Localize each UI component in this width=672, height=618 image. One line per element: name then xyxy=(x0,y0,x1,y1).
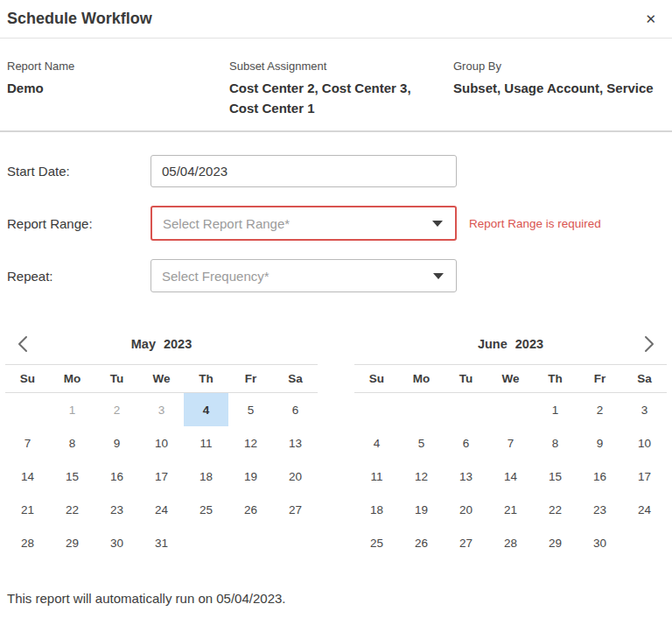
calendar-day-grid: 1234567891011121314151617181920212223242… xyxy=(5,393,318,559)
calendar-day[interactable]: 23 xyxy=(578,493,622,526)
calendar-day[interactable]: 6 xyxy=(273,393,318,426)
start-date-input[interactable] xyxy=(150,155,457,187)
repeat-placeholder: Select Frequency* xyxy=(162,269,270,284)
calendar-day[interactable]: 10 xyxy=(622,426,667,460)
start-date-row: Start Date: xyxy=(7,155,672,187)
calendar-day[interactable]: 28 xyxy=(5,526,50,559)
calendar-day[interactable]: 2 xyxy=(578,393,622,426)
calendar-day[interactable]: 13 xyxy=(273,426,318,460)
weekday-header: Fr xyxy=(578,372,622,385)
schedule-form: Start Date: Report Range: Select Report … xyxy=(0,155,672,292)
calendar-day-empty xyxy=(228,526,273,559)
calendar-day[interactable]: 21 xyxy=(5,493,50,526)
calendar-day[interactable]: 27 xyxy=(273,493,318,526)
report-range-select[interactable]: Select Report Range* xyxy=(150,206,457,241)
month-year: 2023 xyxy=(515,337,543,351)
report-range-row: Report Range: Select Report Range* Repor… xyxy=(7,206,672,241)
calendar-day[interactable]: 8 xyxy=(533,426,578,460)
calendar-day[interactable]: 25 xyxy=(354,526,399,559)
calendar-day[interactable]: 19 xyxy=(399,493,444,526)
schedule-workflow-dialog: Schedule Workflow ✕ Report Name Demo Sub… xyxy=(0,0,672,606)
weekday-header: Sa xyxy=(622,372,667,385)
calendar-day[interactable]: 12 xyxy=(399,460,444,493)
calendar-day[interactable]: 1 xyxy=(50,393,94,426)
weekday-header: Tu xyxy=(444,372,488,385)
calendar-day[interactable]: 10 xyxy=(139,426,184,460)
calendar-day[interactable]: 1 xyxy=(533,393,578,426)
prev-month-button[interactable] xyxy=(16,334,31,354)
close-icon[interactable]: ✕ xyxy=(643,11,658,27)
calendar-day-empty xyxy=(273,526,318,559)
report-range-error-message: Report Range is required xyxy=(469,217,601,230)
calendar-day[interactable]: 27 xyxy=(444,526,488,559)
calendar-day[interactable]: 26 xyxy=(399,526,444,559)
calendar-month-title: May2023 xyxy=(131,337,192,351)
calendar-day[interactable]: 12 xyxy=(228,426,273,460)
calendar-day[interactable]: 23 xyxy=(94,493,139,526)
calendar-day[interactable]: 13 xyxy=(444,460,488,493)
calendar-day[interactable]: 2 xyxy=(94,393,139,426)
calendar-day[interactable]: 15 xyxy=(533,460,578,493)
calendar-day[interactable]: 24 xyxy=(139,493,184,526)
calendar-day[interactable]: 14 xyxy=(488,460,533,493)
calendar-day[interactable]: 31 xyxy=(139,526,184,559)
calendar-day[interactable]: 29 xyxy=(533,526,578,559)
chevron-right-icon xyxy=(641,334,656,354)
calendar-day[interactable]: 11 xyxy=(354,460,399,493)
calendar-day[interactable]: 8 xyxy=(50,426,94,460)
chevron-down-icon xyxy=(433,273,444,279)
calendar-june: June2023 SuMoTuWeThFrSa 1234567891011121… xyxy=(354,324,667,559)
calendar-day[interactable]: 22 xyxy=(50,493,94,526)
group-by-value: Subset, Usage Account, Service xyxy=(453,78,665,98)
calendar-day[interactable]: 7 xyxy=(488,426,533,460)
repeat-select[interactable]: Select Frequency* xyxy=(150,259,457,292)
calendar-day[interactable]: 26 xyxy=(228,493,273,526)
calendar-day[interactable]: 30 xyxy=(578,526,622,559)
chevron-left-icon xyxy=(16,334,31,354)
weekday-header: Su xyxy=(354,372,399,385)
auto-run-note: This report will automatically run on 05… xyxy=(7,591,665,606)
calendar-day[interactable]: 17 xyxy=(622,460,667,493)
calendar-day[interactable]: 19 xyxy=(228,460,273,493)
calendar-day[interactable]: 7 xyxy=(5,426,50,460)
start-date-label: Start Date: xyxy=(7,164,150,179)
calendar-day[interactable]: 16 xyxy=(578,460,622,493)
calendar-day[interactable]: 20 xyxy=(273,460,318,493)
calendar-month-title: June2023 xyxy=(478,337,543,351)
calendar-day[interactable]: 30 xyxy=(94,526,139,559)
calendar-day[interactable]: 4 xyxy=(354,426,399,460)
weekday-header: Mo xyxy=(399,372,444,385)
calendar-day[interactable]: 18 xyxy=(354,493,399,526)
calendar-day[interactable]: 3 xyxy=(622,393,667,426)
calendar-day[interactable]: 3 xyxy=(139,393,184,426)
calendar-day[interactable]: 28 xyxy=(488,526,533,559)
calendar-may: May2023 SuMoTuWeThFrSa 12345678910111213… xyxy=(5,324,318,559)
calendar-day[interactable]: 9 xyxy=(578,426,622,460)
weekday-header: Sa xyxy=(273,372,318,385)
calendar-day[interactable]: 29 xyxy=(50,526,94,559)
calendar-day[interactable]: 6 xyxy=(444,426,488,460)
calendar-day[interactable]: 17 xyxy=(139,460,184,493)
calendar-day[interactable]: 21 xyxy=(488,493,533,526)
report-range-label: Report Range: xyxy=(7,216,150,231)
month-name: May xyxy=(131,337,156,351)
calendar-day[interactable]: 5 xyxy=(228,393,273,426)
calendar-day[interactable]: 14 xyxy=(5,460,50,493)
calendar-day[interactable]: 24 xyxy=(622,493,667,526)
calendar-may-header: May2023 xyxy=(5,324,318,364)
calendar-day[interactable]: 18 xyxy=(184,460,228,493)
calendar-day[interactable]: 16 xyxy=(94,460,139,493)
calendar-day[interactable]: 11 xyxy=(184,426,228,460)
group-by-label: Group By xyxy=(453,60,665,73)
calendar-day[interactable]: 9 xyxy=(94,426,139,460)
calendar-day[interactable]: 25 xyxy=(184,493,228,526)
calendar-day[interactable]: 5 xyxy=(399,426,444,460)
calendar-day-empty xyxy=(354,393,399,426)
calendar-day[interactable]: 22 xyxy=(533,493,578,526)
report-range-placeholder: Select Report Range* xyxy=(163,216,290,231)
weekday-header: Su xyxy=(5,372,50,385)
next-month-button[interactable] xyxy=(641,334,656,354)
calendar-day[interactable]: 15 xyxy=(50,460,94,493)
calendar-day[interactable]: 4 xyxy=(184,393,228,426)
calendar-day[interactable]: 20 xyxy=(444,493,488,526)
